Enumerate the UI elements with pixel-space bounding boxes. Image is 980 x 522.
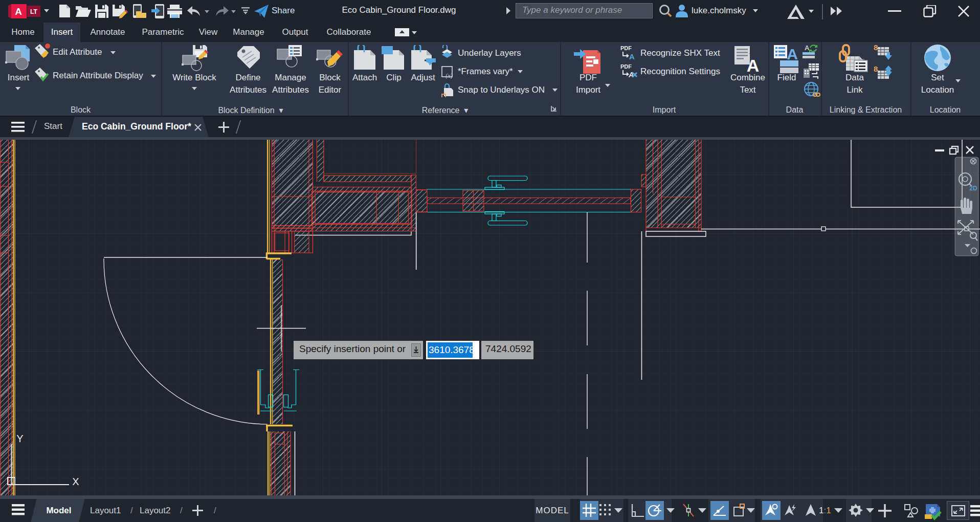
svg-text:A: A <box>805 44 810 52</box>
svg-text:Y: Y <box>16 433 23 444</box>
svg-text:(x): (x) <box>446 72 452 79</box>
svg-text:X: X <box>72 476 79 487</box>
svg-text:A: A <box>747 56 760 74</box>
svg-text:A: A <box>629 52 635 60</box>
svg-text:8: 8 <box>874 43 878 52</box>
svg-text:2D: 2D <box>969 185 977 192</box>
svg-text:A: A <box>628 71 634 79</box>
svg-text:8: 8 <box>874 64 878 73</box>
svg-text:LT: LT <box>30 8 37 15</box>
svg-text:A: A <box>15 6 22 17</box>
svg-text:PDF: PDF <box>620 63 632 70</box>
svg-text:A: A <box>787 46 798 62</box>
svg-text:PDF: PDF <box>620 45 632 51</box>
